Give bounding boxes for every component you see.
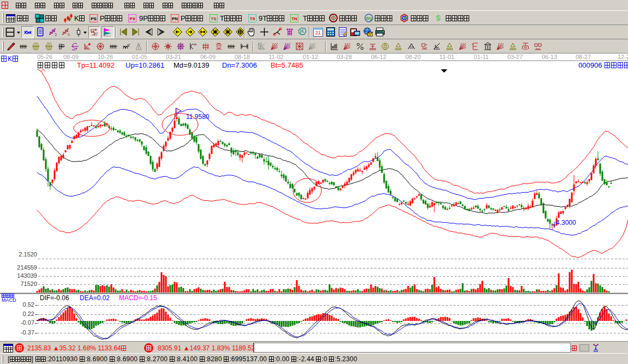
svg-text:11-01: 11-01 [439,53,454,60]
svg-text:03-21: 03-21 [166,53,181,60]
svg-text:08-20: 08-20 [405,53,421,60]
svg-text:MACD=-0.15: MACD=-0.15 [119,294,157,302]
svg-text:03-27: 03-27 [507,53,523,60]
svg-text:12-2: 12-2 [618,53,628,60]
svg-text:-0.07: -0.07 [21,319,34,326]
svg-text:10-26: 10-26 [98,53,113,60]
svg-text:0.52: 0.52 [23,301,34,308]
svg-text:DIF=-0.06: DIF=-0.06 [40,294,69,302]
svg-text:P9: P9 [130,16,135,21]
svg-text:K: K [8,55,12,63]
svg-text:08-27: 08-27 [576,53,591,60]
svg-text:Dn=7.3006: Dn=7.3006 [222,61,257,69]
svg-text:10: 10 [410,46,414,49]
svg-text:2.1520: 2.1520 [19,251,37,258]
svg-text:n²: n² [127,43,130,46]
svg-text:Big: Big [366,16,372,21]
svg-text:TN: TN [291,16,297,21]
svg-text:T9: T9 [250,16,255,21]
svg-text:06-12: 06-12 [371,53,386,60]
svg-text:03-28: 03-28 [337,53,352,60]
svg-text:11.9580: 11.9580 [186,113,210,121]
svg-text:3: 3 [55,33,57,37]
svg-text:0.22: 0.22 [23,311,34,317]
svg-text:9: 9 [68,33,70,37]
svg-text:DEA=0.02: DEA=0.02 [80,294,110,302]
svg-text:11-02: 11-02 [268,53,283,60]
svg-text:01-05: 01-05 [132,53,147,60]
svg-text:TS: TS [211,16,217,21]
svg-text:71520: 71520 [20,281,37,287]
svg-text:214559: 214559 [17,264,37,271]
svg-text:4.3000: 4.3000 [556,219,576,226]
svg-text:08-18: 08-18 [235,53,250,60]
svg-text:21: 21 [315,30,321,35]
svg-text:05-26: 05-26 [37,53,52,60]
svg-text:08-09: 08-09 [63,53,79,60]
svg-text:000906: 000906 [578,61,602,69]
svg-text:PS: PS [91,16,97,21]
svg-text:143039: 143039 [17,272,37,279]
svg-text:01-11: 01-11 [474,53,488,60]
svg-text:01-12: 01-12 [303,53,318,60]
svg-text:Up=10.2861: Up=10.2861 [125,61,164,69]
svg-text:-0.37: -0.37 [21,329,34,336]
svg-text:Tp=11.4092: Tp=11.4092 [77,61,115,69]
svg-text:Bt=5.7485: Bt=5.7485 [271,61,303,69]
svg-text:MACD: MACD [2,297,16,303]
svg-text:06-09: 06-09 [200,53,216,60]
svg-text:PN: PN [172,16,178,21]
svg-text:06-13: 06-13 [542,53,557,60]
svg-text:Md=9.0139: Md=9.0139 [174,61,209,69]
